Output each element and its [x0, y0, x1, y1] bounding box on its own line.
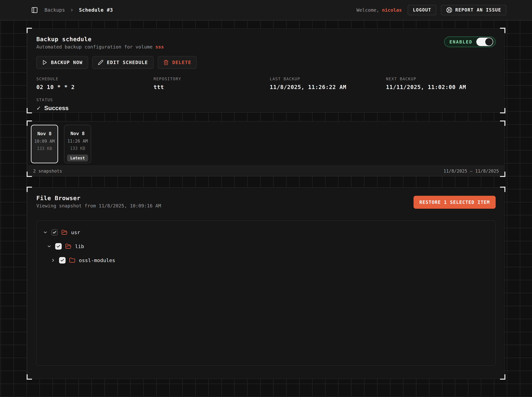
- report-issue-button[interactable]: REPORT AN ISSUE: [441, 5, 506, 15]
- lifebuoy-icon: [446, 7, 452, 13]
- volume-name: sss: [155, 44, 164, 50]
- delete-button[interactable]: DELETE: [158, 56, 197, 69]
- checkbox-ossl-modules[interactable]: [59, 257, 66, 264]
- checkbox-lib[interactable]: [55, 243, 62, 250]
- field-value: 11/8/2025, 11:26:22 AM: [270, 84, 386, 90]
- chevron-right-icon[interactable]: [51, 258, 56, 263]
- field-next-backup: NEXT BACKUP 11/11/2025, 11:02:00 AM: [386, 77, 496, 90]
- tree-row-ossl-modules[interactable]: ossl-modules: [43, 255, 489, 265]
- checkbox-usr[interactable]: [51, 229, 58, 236]
- folder-open-icon: [65, 243, 71, 249]
- corner-bracket: [27, 120, 32, 126]
- corner-bracket: [27, 172, 32, 177]
- field-value: 11/11/2025, 11:02:00 AM: [386, 84, 496, 90]
- schedule-card-subtitle: Automated backup configuration for volum…: [36, 44, 164, 50]
- corner-bracket: [27, 374, 32, 380]
- enabled-toggle-label: ENABLED: [450, 39, 472, 44]
- snapshot-date: Nov 8: [70, 131, 85, 136]
- snapshot-count: 2 snapshots: [33, 168, 62, 174]
- corner-bracket: [500, 28, 505, 33]
- pencil-icon: [98, 60, 103, 65]
- chevron-down-icon[interactable]: [47, 244, 52, 249]
- check-icon: ✓: [36, 105, 41, 112]
- tree-item-label[interactable]: ossl-modules: [79, 257, 115, 263]
- snapshot-card-selected[interactable]: Nov 8 10:09 AM 133 KB: [31, 125, 58, 163]
- trash-icon: [163, 60, 169, 65]
- tree-item-label[interactable]: lib: [75, 243, 84, 249]
- subtitle-prefix: Automated backup configuration for volum…: [36, 44, 155, 50]
- field-value: ttt: [153, 84, 270, 90]
- corner-bracket: [27, 187, 32, 192]
- corner-bracket: [500, 187, 505, 192]
- username: nicolas: [382, 7, 402, 13]
- file-browser-card: File Browser Viewing snapshot from 11/8/…: [27, 187, 505, 379]
- latest-badge: Latest: [67, 155, 88, 161]
- app-header: Backups Schedule #3 Welcome, nicolas LOG…: [0, 0, 532, 20]
- breadcrumb-current-page: Schedule #3: [79, 7, 113, 13]
- chevron-down-icon[interactable]: [43, 230, 48, 235]
- snapshot-size: 133 KB: [70, 146, 85, 151]
- backup-schedule-card: Backup schedule Automated backup configu…: [27, 28, 505, 113]
- corner-bracket: [500, 374, 505, 380]
- field-label: STATUS: [36, 98, 153, 102]
- field-label: REPOSITORY: [153, 77, 270, 81]
- corner-bracket: [500, 120, 505, 126]
- field-last-backup: LAST BACKUP 11/8/2025, 11:26:22 AM: [270, 77, 386, 90]
- file-tree-panel: usr lib: [36, 220, 496, 366]
- welcome-text: Welcome, nicolas: [357, 7, 402, 13]
- field-label: SCHEDULE: [36, 77, 153, 81]
- field-label: LAST BACKUP: [270, 77, 386, 81]
- delete-label: DELETE: [172, 60, 191, 65]
- tree-item-label[interactable]: usr: [71, 230, 80, 235]
- corner-bracket: [27, 108, 32, 113]
- edit-schedule-button[interactable]: EDIT SCHEDULE: [92, 56, 153, 69]
- field-schedule: SCHEDULE 02 10 * * 2: [36, 77, 153, 90]
- corner-bracket: [500, 172, 505, 177]
- corner-bracket: [500, 108, 505, 113]
- status-text: Success: [44, 105, 69, 112]
- backup-now-label: BACKUP NOW: [51, 60, 82, 65]
- snapshot-card[interactable]: Nov 8 11:26 AM 133 KB Latest: [64, 125, 91, 163]
- folder-open-icon: [61, 229, 68, 236]
- field-status: STATUS ✓ Success: [36, 98, 153, 112]
- status-value: ✓ Success: [36, 105, 153, 112]
- toggle-switch[interactable]: [476, 38, 493, 46]
- restore-selected-button[interactable]: RESTORE 1 SELECTED ITEM: [413, 196, 496, 209]
- play-icon: [42, 60, 47, 65]
- breadcrumb-backups[interactable]: Backups: [44, 7, 65, 13]
- snapshot-time: 11:26 AM: [67, 139, 88, 143]
- field-label: NEXT BACKUP: [386, 77, 496, 81]
- chevron-right-icon: [70, 8, 74, 12]
- snapshots-footer: 2 snapshots 11/8/2025 – 11/8/2025: [28, 166, 504, 176]
- panel-left-icon: [31, 7, 38, 13]
- toggle-knob: [485, 38, 493, 46]
- breadcrumb: Backups Schedule #3: [44, 7, 113, 13]
- logout-button[interactable]: LOGOUT: [408, 5, 437, 15]
- file-browser-title: File Browser: [36, 195, 161, 201]
- folder-icon: [69, 257, 75, 263]
- file-browser-subtitle: Viewing snapshot from 11/8/2025, 10:09:1…: [36, 203, 161, 209]
- corner-bracket: [27, 28, 32, 33]
- field-repository: REPOSITORY ttt: [153, 77, 270, 90]
- welcome-prefix: Welcome,: [357, 7, 382, 13]
- report-issue-label: REPORT AN ISSUE: [455, 7, 501, 13]
- edit-schedule-label: EDIT SCHEDULE: [107, 60, 148, 65]
- sidebar-toggle-button[interactable]: [31, 7, 38, 13]
- snapshot-size: 133 KB: [37, 146, 52, 151]
- snapshot-date: Nov 8: [37, 131, 51, 136]
- tree-row-lib[interactable]: lib: [43, 242, 489, 251]
- snapshots-section: Nov 8 10:09 AM 133 KB Nov 8 11:26 AM 133…: [27, 121, 505, 176]
- tree-row-usr[interactable]: usr: [43, 228, 489, 237]
- snapshot-date-range: 11/8/2025 – 11/8/2025: [443, 168, 499, 174]
- page-background: Backups Schedule #3 Welcome, nicolas LOG…: [0, 0, 532, 397]
- field-value: 02 10 * * 2: [36, 84, 153, 90]
- backup-now-button[interactable]: BACKUP NOW: [36, 56, 88, 69]
- schedule-card-title: Backup schedule: [36, 36, 164, 43]
- enabled-toggle[interactable]: ENABLED: [444, 37, 496, 47]
- snapshot-time: 10:09 AM: [34, 139, 55, 144]
